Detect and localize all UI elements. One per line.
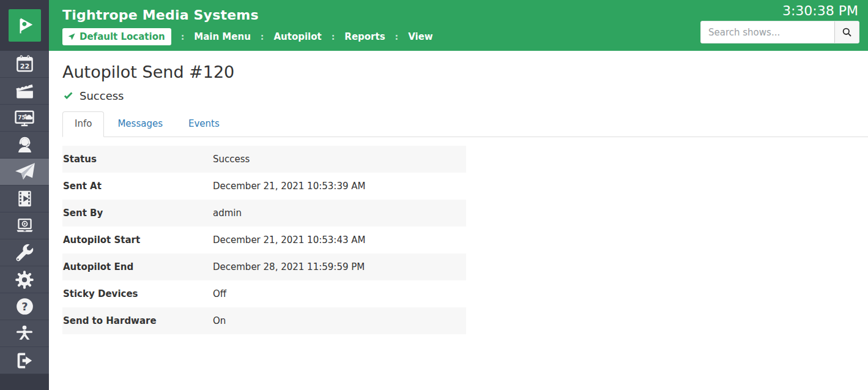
sidebar-item-help[interactable]: ? — [0, 293, 49, 320]
main-content: Autopilot Send #120 Success Info Message… — [49, 51, 868, 390]
monitor-weather-icon: 75 — [13, 108, 35, 129]
sidebar-item-shows[interactable] — [0, 78, 49, 105]
detail-table: Status Success Sent At December 21, 2021… — [62, 146, 466, 334]
laptop-play-icon — [14, 216, 35, 236]
help-icon: ? — [15, 296, 35, 317]
gear-icon — [14, 269, 35, 290]
sidebar-item-settings[interactable] — [0, 266, 49, 293]
breadcrumb-item-autopilot[interactable]: Autopilot — [273, 31, 321, 42]
cablecast-logo-icon — [9, 9, 41, 42]
breadcrumb-location-button[interactable]: Default Location — [62, 28, 171, 45]
detail-label: Send to Hardware — [62, 315, 213, 326]
detail-value: admin — [213, 208, 242, 219]
status-line: Success — [62, 89, 868, 102]
tightrope-walker-icon — [14, 323, 35, 344]
page-title: Autopilot Send #120 — [62, 62, 868, 81]
detail-value: December 21, 2021 10:53:43 AM — [213, 234, 365, 246]
table-row: Sticky Devices Off — [62, 280, 466, 307]
app-title: Tightrope Media Systems — [62, 7, 259, 23]
calendar-icon: 22 — [15, 54, 35, 74]
headset-person-icon — [15, 135, 35, 155]
sidebar-item-live[interactable] — [0, 132, 49, 159]
breadcrumb-location-label: Default Location — [80, 31, 165, 42]
calendar-day-label: 22 — [20, 62, 29, 70]
detail-value: December 21, 2021 10:53:39 AM — [213, 181, 365, 192]
wrench-icon — [14, 242, 35, 263]
location-arrow-icon — [67, 32, 76, 41]
table-row: Status Success — [62, 146, 466, 173]
tab-messages[interactable]: Messages — [105, 111, 175, 137]
breadcrumb: Default Location : Main Menu : Autopilot… — [62, 28, 433, 45]
sidebar-item-carousel[interactable]: 75 — [0, 105, 49, 132]
search-box — [700, 21, 859, 43]
search-icon — [841, 26, 853, 38]
detail-value: Success — [213, 154, 250, 165]
sign-out-icon — [14, 350, 35, 371]
sidebar-item-schedule[interactable]: 22 — [0, 51, 49, 78]
search-button[interactable] — [834, 21, 859, 43]
app-window: 22 75 — [0, 0, 868, 390]
clock: 3:30:38 PM — [782, 3, 858, 18]
breadcrumb-separator: : — [181, 32, 185, 42]
logo-home-button[interactable] — [0, 0, 49, 51]
breadcrumb-item-main-menu[interactable]: Main Menu — [194, 31, 251, 42]
table-row: Send to Hardware On — [62, 307, 466, 334]
table-row: Autopilot Start December 21, 2021 10:53:… — [62, 227, 466, 253]
detail-label: Status — [62, 154, 213, 165]
status-label: Success — [80, 89, 124, 102]
sidebar: 22 75 — [0, 0, 49, 390]
detail-value: December 28, 2021 11:59:59 PM — [213, 261, 365, 272]
breadcrumb-item-reports[interactable]: Reports — [344, 31, 385, 42]
breadcrumb-separator: : — [395, 32, 399, 42]
search-input[interactable] — [701, 21, 834, 43]
filmstrip-play-icon — [15, 189, 35, 209]
table-row: Sent At December 21, 2021 10:53:39 AM — [62, 173, 466, 200]
tab-events[interactable]: Events — [176, 111, 232, 137]
detail-value: Off — [213, 288, 226, 299]
sidebar-item-tools[interactable] — [0, 239, 49, 266]
sidebar-item-autopilot[interactable] — [0, 159, 49, 186]
clapperboard-icon — [14, 81, 35, 102]
detail-label: Sticky Devices — [62, 288, 213, 299]
breadcrumb-item-view[interactable]: View — [408, 31, 433, 42]
detail-value: On — [213, 315, 226, 326]
temp-label: 75 — [18, 114, 26, 120]
svg-text:?: ? — [21, 300, 28, 313]
check-icon — [62, 90, 74, 102]
sidebar-item-vod[interactable] — [0, 212, 49, 239]
breadcrumb-separator: : — [332, 32, 335, 42]
detail-label: Sent At — [62, 181, 213, 192]
detail-label: Sent By — [62, 208, 213, 219]
sidebar-item-signout[interactable] — [0, 347, 49, 374]
sidebar-item-media[interactable] — [0, 186, 49, 212]
table-row: Autopilot End December 28, 2021 11:59:59… — [62, 253, 466, 280]
paper-plane-icon — [13, 160, 36, 183]
sidebar-item-tightrope[interactable] — [0, 320, 49, 347]
tab-bar: Info Messages Events — [62, 111, 868, 137]
detail-label: Autopilot Start — [62, 234, 213, 246]
breadcrumb-separator: : — [261, 32, 264, 42]
tab-info[interactable]: Info — [62, 111, 104, 137]
header-bar: Tightrope Media Systems 3:30:38 PM Defau… — [49, 0, 868, 51]
detail-label: Autopilot End — [62, 261, 213, 272]
table-row: Sent By admin — [62, 200, 466, 227]
